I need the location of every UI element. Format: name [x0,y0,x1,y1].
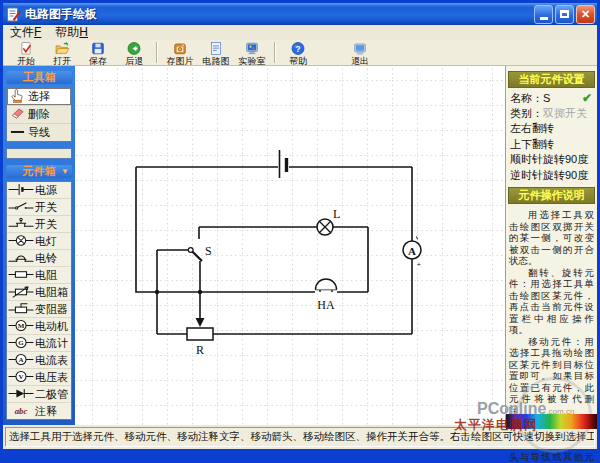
minimize-icon [540,17,548,20]
settings-header: 当前元件设置 [508,71,595,88]
component-category-row: 类别：双掷开关 [506,106,597,121]
toolbar-button-help[interactable]: ?帮助 [280,41,316,66]
wire-icon [10,124,25,141]
tool-select[interactable]: 选择 [7,88,71,106]
action-0[interactable]: 左右翻转 [506,121,597,137]
back-icon [126,41,142,56]
save-icon [90,41,106,56]
component-bell[interactable]: 电铃 [7,250,71,267]
category-value: 双掷开关 [543,107,587,119]
tool-wire[interactable]: 导线 [7,124,71,141]
help-icon: ? [290,41,306,56]
component-label: 变阻器 [35,302,68,317]
toolbar-button-laboratory[interactable]: 实验室 [234,41,270,66]
component-galvanometer[interactable]: G电流计 [7,335,71,352]
toolbox-title: 工具箱 [23,71,56,83]
tool-delete[interactable]: 删除 [7,106,71,124]
toolbar: 开始打开保存后退存图片电路图实验室?帮助退出 [3,40,597,66]
motor-symbol-icon: M [7,319,35,334]
toolbar-button-circuit-diagram[interactable]: 电路图 [198,41,234,66]
close-icon: ✕ [581,9,590,20]
toolbar-button-label: 实验室 [239,57,266,66]
menu-bar: 文件F帮助H [3,25,597,40]
resistor-box-symbol-icon [7,285,35,300]
ammeter-symbol-icon: A [7,353,35,368]
action-1[interactable]: 上下翻转 [506,137,597,153]
sidebar-splitter[interactable] [6,148,72,159]
drawing-canvas[interactable]: S L HA A + R [75,66,505,425]
component-ammeter[interactable]: A电流表 [7,352,71,369]
component-label: 电灯 [35,234,57,249]
component-label: 电阻 [35,268,57,283]
component-diode[interactable]: 二极管 [7,386,71,403]
tool-label: 删除 [28,107,50,122]
sidebar: 工具箱 选择删除导线 元件箱 ▼ 电源开关开关电灯电铃电阻电阻箱变阻器M电动机G… [3,66,75,425]
rheostat-label: R [196,343,204,357]
toolbar-button-exit[interactable]: 退出 [342,41,378,66]
hand-icon [10,88,25,105]
component-lamp[interactable]: 电灯 [7,233,71,250]
eraser-icon [10,106,25,123]
title-bar: 电路图手绘板 ✕ [3,3,597,25]
svg-text:G: G [18,339,24,347]
component-rheostat[interactable]: 变阻器 [7,301,71,318]
component-box-title: 元件箱 [23,165,56,177]
toolbar-button-label: 打开 [53,57,71,66]
minimize-button[interactable] [534,5,553,24]
maximize-button[interactable] [555,5,574,24]
component-label: 注释 [35,404,57,419]
component-name-row: 名称：S ✔ [506,91,597,106]
close-button[interactable]: ✕ [576,5,595,24]
component-label: 开关 [35,200,57,215]
toolbar-button-save-image[interactable]: 存图片 [162,41,198,66]
status-bar: 选择工具用于选择元件、移动元件、移动注释文字、移动箭头、移动绘图区、操作开关开合… [3,425,597,449]
component-switch-knife[interactable]: 开关 [7,199,71,216]
instruction-paragraph: 移动元件：用选择工具拖动绘图区某元件到目标位置即可。如果目标位置已有元件，此元件… [509,336,594,417]
component-label: 电铃 [35,251,57,266]
action-3[interactable]: 逆时针旋转90度 [506,168,597,184]
toolbar-separator [156,42,158,63]
name-value: S [543,92,550,104]
toolbar-button-label: 退出 [351,57,369,66]
component-note[interactable]: abc注释 [7,403,71,419]
chevron-down-icon[interactable]: ▼ [61,165,69,178]
toolbar-button-save[interactable]: 保存 [80,41,116,66]
instruction-paragraph: 翻转、旋转元件：用选择工具单击绘图区某元件，再点击当前元件设置栏中相应操作项。 [509,267,594,336]
lamp-symbol-icon [7,234,35,249]
circuit-icon [208,41,224,56]
component-motor[interactable]: M电动机 [7,318,71,335]
action-2[interactable]: 顺时针旋转90度 [506,152,597,168]
svg-text:V: V [18,373,23,381]
window-title: 电路图手绘板 [25,6,534,23]
toolbar-button-back[interactable]: 后退 [116,41,152,66]
menu-item-0[interactable]: 文件F [3,25,48,40]
svg-text:?: ? [295,45,300,54]
component-resistor[interactable]: 电阻 [7,267,71,284]
menu-item-1[interactable]: 帮助H [48,25,95,40]
check-icon: ✔ [582,91,592,106]
maximize-icon [560,10,569,18]
component-power[interactable]: 电源 [7,182,71,199]
resistor-symbol-icon [7,268,35,283]
toolbar-button-label: 保存 [89,57,107,66]
component-list: 电源开关开关电灯电铃电阻电阻箱变阻器M电动机G电流计A电流表V电压表二极管abc… [6,181,72,420]
exit-icon [352,41,368,56]
component-resistor-box[interactable]: 电阻箱 [7,284,71,301]
toolbar-button-open[interactable]: 打开 [44,41,80,66]
toolbar-button-label: 帮助 [289,57,307,66]
circuit-diagram[interactable]: S L HA A + R [75,66,505,425]
app-icon [6,7,21,22]
toolbar-button-start[interactable]: 开始 [8,41,44,66]
component-voltmeter[interactable]: V电压表 [7,369,71,386]
category-label: 类别： [510,107,543,119]
bell-label: HA [317,298,335,312]
component-switch-push[interactable]: 开关 [7,216,71,233]
knife-switch-symbol-icon [7,200,35,215]
component-label: 电动机 [35,319,68,334]
diode-symbol-icon [7,387,35,402]
status-text: 选择工具用于选择元件、移动元件、移动注释文字、移动箭头、移动绘图区、操作开关开合… [5,427,595,447]
push-switch-symbol-icon [7,217,35,232]
bell-symbol-icon [7,251,35,266]
component-label: 开关 [35,217,57,232]
svg-text:M: M [18,322,25,330]
